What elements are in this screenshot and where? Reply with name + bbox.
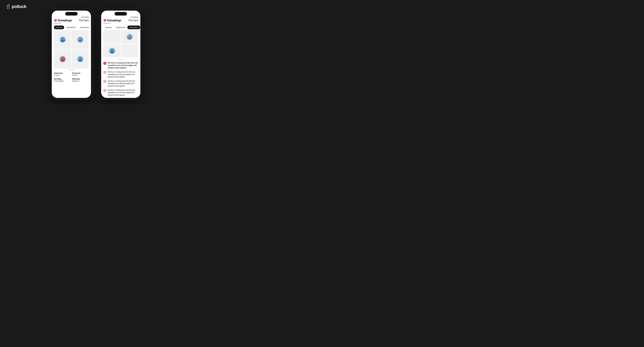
photo-cell-2-1 (103, 30, 120, 44)
scroll-indicator-1 (52, 69, 91, 71)
step-number-1: 1 (103, 62, 106, 65)
svg-point-6 (62, 57, 64, 59)
cook-time-item: Cook time 2 hours (54, 72, 70, 76)
svg-point-3 (79, 38, 81, 40)
phone-1: exit potluck ❤️ Dumplings cooks.com The … (50, 9, 93, 100)
prep-time-label: Prep time (72, 72, 89, 74)
step-number-3: 3 (103, 80, 106, 83)
photo-cell-1-4 (72, 50, 89, 69)
scroll-pill-1 (68, 70, 74, 70)
logo-text: potluck (12, 4, 26, 9)
photo-cell-2-3 (103, 44, 120, 58)
recipe-name-2: Dumplings (107, 19, 121, 22)
step-text-4: Mix flour in mixing bowl with other dry … (108, 89, 138, 96)
prep-time-item: Prep time 30 min (72, 72, 89, 76)
cook-time-value: 2 hours (54, 74, 70, 76)
phone-2-content: 1 Mix flour in mixing bowl with other dr… (101, 30, 140, 98)
tab-general-2[interactable]: General (103, 26, 114, 29)
photo-grid-1 (52, 30, 91, 69)
svg-point-0 (62, 38, 64, 40)
cook-time-label: Cook time (54, 72, 70, 74)
tab-general-1[interactable]: General (54, 26, 64, 29)
avatar-1-1 (60, 37, 66, 43)
dynamic-island-1 (65, 12, 78, 16)
photo-cell-2-2 (121, 30, 138, 44)
source-link-2[interactable]: cooks.com (103, 22, 121, 24)
avatar-2-2 (126, 34, 132, 40)
phone-1-header: ❤️ Dumplings cooks.com The fam (52, 18, 91, 25)
photo-cell-1-3 (54, 50, 71, 69)
prep-time-value: 30 min (72, 74, 89, 76)
tab-ingredients-1[interactable]: Ingredients (65, 26, 77, 29)
source-link-1[interactable]: cooks.com (54, 22, 72, 24)
photo-cell-1-1 (54, 30, 71, 49)
phone-2-header: ❤️ Dumplings cooks.com The fam (101, 18, 140, 25)
recipe-name-1: Dumplings (58, 19, 72, 22)
tab-instructions-2[interactable]: Instructions (127, 26, 140, 29)
dynamic-island-2 (114, 12, 127, 16)
exit-potluck-2[interactable]: exit potluck (101, 16, 140, 18)
servings-value: 5 dumplings (54, 80, 70, 82)
exit-potluck-1[interactable]: exit potluck (52, 16, 91, 18)
heart-icon-2: ❤️ (103, 19, 106, 22)
tab-instructions-1[interactable]: Instructions (78, 26, 91, 29)
scroll-pill-2 (118, 59, 124, 60)
group-name-2: The fam (128, 19, 138, 22)
step-number-2: 2 (103, 71, 106, 74)
app-logo: 🍴 potluck (6, 4, 26, 9)
heart-icon-1: ❤️ (54, 19, 57, 22)
step-number-4: 4 (103, 89, 106, 92)
photo-cell-1-2 (72, 30, 89, 49)
photo-grid-2 (101, 30, 140, 58)
avatar-1-4 (77, 56, 83, 62)
servings-label: Servings (54, 78, 70, 80)
general-info: Cook time 2 hours Prep time 30 min Servi… (52, 71, 91, 83)
instruction-item-4: 4 Mix flour in mixing bowl with other dr… (103, 89, 138, 96)
tab-bar-1: General Ingredients Instructions (52, 25, 91, 30)
avatar-2-3 (109, 48, 115, 54)
photo-cell-2-4 (121, 44, 138, 58)
difficulty-label: Difficulty (72, 78, 89, 80)
tab-ingredients-2[interactable]: Ingredients (114, 26, 127, 29)
phone-2: exit potluck ❤️ Dumplings cooks.com The … (100, 9, 142, 100)
phone-1-screen: exit potluck ❤️ Dumplings cooks.com The … (52, 11, 91, 98)
avatar-1-3 (60, 56, 66, 62)
scroll-indicator-2 (101, 58, 140, 60)
svg-point-9 (79, 57, 81, 59)
phone-1-content: Cook time 2 hours Prep time 30 min Servi… (52, 30, 91, 98)
phone-2-screen: exit potluck ❤️ Dumplings cooks.com The … (101, 11, 140, 98)
tab-bar-2: General Ingredients Instructions (101, 25, 140, 30)
servings-item: Servings 5 dumplings (54, 78, 70, 82)
step-text-3: Mix flour in mixing bowl with other dry … (108, 80, 138, 87)
avatar-1-2 (77, 37, 83, 43)
recipe-title-2: ❤️ Dumplings (103, 19, 121, 22)
step-text-2: Mix flour in mixing bowl with other dry … (108, 71, 138, 78)
logo-icon: 🍴 (6, 4, 11, 9)
group-name-1: The fam (79, 19, 89, 22)
instructions-list: 1 Mix flour in mixing bowl with other dr… (101, 60, 140, 98)
svg-point-15 (111, 49, 113, 51)
recipe-title-1: ❤️ Dumplings (54, 19, 72, 22)
svg-point-12 (129, 35, 130, 37)
difficulty-value: Beginner (72, 80, 89, 82)
instruction-item-1: 1 Mix flour in mixing bowl with other dr… (103, 62, 138, 69)
instruction-item-3: 3 Mix flour in mixing bowl with other dr… (103, 80, 138, 87)
difficulty-item: Difficulty Beginner (72, 78, 89, 82)
step-text-1: Mix flour in mixing bowl with other dry … (108, 62, 138, 69)
instruction-item-2: 2 Mix flour in mixing bowl with other dr… (103, 71, 138, 78)
